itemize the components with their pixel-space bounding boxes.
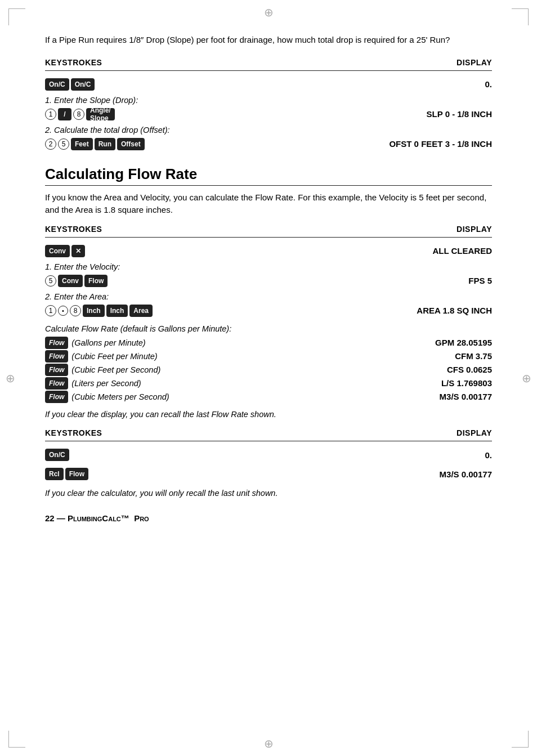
- recall-flow-keys: Rcl Flow: [45, 468, 88, 480]
- key-onc-2: On/C: [71, 78, 95, 91]
- onc-keys: On/C On/C: [45, 78, 95, 91]
- flow-label-cfs: (Cubic Feet per Second): [71, 365, 160, 374]
- key-flow-recall: Flow: [65, 468, 88, 480]
- key-conv-vel: Conv: [58, 275, 83, 287]
- keystrokes-label-1: KEYSTROKES: [45, 58, 102, 67]
- key-flow-cfs: Flow: [45, 364, 68, 376]
- footer-suffix: Pro: [134, 513, 149, 523]
- recall-onc-keys: On/C: [45, 449, 69, 461]
- key-flow-m3s: Flow: [45, 391, 68, 403]
- flow-label-gpm: (Gallons per Minute): [71, 338, 145, 347]
- corner-mark-bl: [8, 731, 25, 748]
- divider-2: [45, 237, 492, 238]
- flow-rate-keystrokes: KEYSTROKES DISPLAY Conv ✕ ALL CLEARED 1.…: [45, 225, 492, 319]
- flow-rate-body: If you know the Area and Velocity, you c…: [45, 191, 492, 217]
- display-slp: SLP 0 - 1/8 INCH: [427, 109, 492, 119]
- step1-vel-row: 5 Conv Flow FPS 5: [45, 273, 492, 289]
- key-5-vel: 5: [45, 275, 56, 287]
- italic-note-recall: If you clear the calculator, you will on…: [45, 487, 492, 500]
- display-area: AREA 1.8 SQ INCH: [417, 306, 492, 315]
- display-recall-0: 0.: [485, 450, 492, 460]
- flow-rate-header: KEYSTROKES DISPLAY: [45, 225, 492, 234]
- flow-val-cfm: CFM 3.75: [455, 351, 492, 361]
- key-conv-1: Conv: [45, 245, 70, 257]
- reg-mark-left: ⊕: [6, 372, 15, 385]
- flow-label-ls: (Liters per Second): [71, 379, 141, 388]
- key-1-area: 1: [45, 305, 56, 316]
- step2-offset-label: 2. Calculate the total drop (Offset):: [45, 126, 492, 135]
- key-2: 2: [45, 138, 56, 150]
- corner-mark-br: [512, 731, 529, 748]
- corner-mark-tl: [8, 8, 25, 25]
- key-onc-1: On/C: [45, 78, 69, 91]
- key-flow-vel: Flow: [84, 275, 108, 287]
- key-8: 8: [73, 109, 84, 120]
- key-onc-recall: On/C: [45, 449, 69, 461]
- key-dot-area: •: [58, 306, 68, 316]
- reg-mark-bottom: ⊕: [264, 737, 274, 750]
- pipe-run-section: KEYSTROKES DISPLAY On/C On/C 0. 1. Enter…: [45, 58, 492, 152]
- divider-flow: [45, 185, 492, 186]
- intro-text: If a Pipe Run requires 1/8″ Drop (Slope)…: [45, 34, 492, 47]
- calc-note: Calculate Flow Rate (default is Gallons …: [45, 324, 492, 333]
- flow-desc-m3s: Flow (Cubic Meters per Second): [45, 391, 169, 403]
- key-flow-cfm: Flow: [45, 350, 68, 363]
- step1-slope-keys: 1 / 8 Angle/Slope: [45, 108, 115, 120]
- display-all-cleared: ALL CLEARED: [432, 246, 492, 256]
- flow-val-cfs: CFS 0.0625: [447, 365, 492, 374]
- display-label-2: DISPLAY: [457, 225, 492, 234]
- flow-row-ls: Flow (Liters per Second) L/S 1.769803: [45, 377, 492, 390]
- key-run: Run: [95, 138, 115, 150]
- recall-flow-row: Rcl Flow M3/S 0.00177: [45, 466, 492, 482]
- key-flow-ls: Flow: [45, 377, 68, 390]
- key-inch-2: Inch: [106, 305, 128, 317]
- flow-rate-title: Calculating Flow Rate: [45, 165, 492, 183]
- flow-val-m3s: M3/S 0.00177: [440, 392, 492, 401]
- step2-offset-keys: 2 5 Feet Run Offset: [45, 138, 145, 150]
- step2-offset-row: 2 5 Feet Run Offset OFST 0 FEET 3 - 1/8 …: [45, 136, 492, 152]
- step2-area-label: 2. Enter the Area:: [45, 292, 492, 301]
- reg-mark-top: ⊕: [264, 6, 274, 19]
- display-ofst: OFST 0 FEET 3 - 1/8 INCH: [389, 139, 492, 149]
- flow-desc-ls: Flow (Liters per Second): [45, 377, 141, 390]
- flow-val-ls: L/S 1.769803: [441, 378, 492, 388]
- italic-note-flow: If you clear the display, you can recall…: [45, 409, 492, 421]
- key-angle-slope: Angle/Slope: [86, 108, 115, 120]
- corner-mark-tr: [512, 8, 529, 25]
- key-slash: /: [58, 108, 71, 120]
- step2-area-row: 1 • 8 Inch Inch Area AREA 1.8 SQ INCH: [45, 303, 492, 319]
- step1-vel-keys: 5 Conv Flow: [45, 275, 108, 287]
- flow-desc-cfs: Flow (Cubic Feet per Second): [45, 364, 160, 376]
- flow-row-m3s: Flow (Cubic Meters per Second) M3/S 0.00…: [45, 391, 492, 403]
- flow-desc-cfm: Flow (Cubic Feet per Minute): [45, 350, 158, 363]
- key-1: 1: [45, 109, 56, 120]
- recall-onc-row: On/C 0.: [45, 447, 492, 463]
- flow-desc-gpm: Flow (Gallons per Minute): [45, 337, 146, 349]
- key-feet: Feet: [71, 138, 93, 150]
- conv-x-keys: Conv ✕: [45, 245, 85, 257]
- key-x: ✕: [71, 245, 85, 257]
- onc-row: On/C On/C 0.: [45, 77, 492, 92]
- key-flow-gpm: Flow: [45, 337, 68, 349]
- flow-label-cfm: (Cubic Feet per Minute): [71, 352, 157, 361]
- display-recall-m3s: M3/S 0.00177: [440, 469, 492, 479]
- step1-slope-label: 1. Enter the Slope (Drop):: [45, 96, 492, 105]
- flow-rows-container: Flow (Gallons per Minute) GPM 28.05195 F…: [45, 337, 492, 403]
- key-area: Area: [129, 305, 153, 317]
- pipe-run-header: KEYSTROKES DISPLAY: [45, 58, 492, 67]
- step1-slope-row: 1 / 8 Angle/Slope SLP 0 - 1/8 INCH: [45, 106, 492, 122]
- flow-row-gpm: Flow (Gallons per Minute) GPM 28.05195: [45, 337, 492, 349]
- step1-vel-label: 1. Enter the Velocity:: [45, 262, 492, 271]
- key-5: 5: [58, 138, 69, 150]
- key-offset: Offset: [117, 138, 145, 150]
- display-onc: 0.: [485, 79, 492, 89]
- step2-area-keys: 1 • 8 Inch Inch Area: [45, 305, 153, 317]
- recall-section: KEYSTROKES DISPLAY On/C 0. Rcl Flow M3/S…: [45, 428, 492, 482]
- divider-1: [45, 70, 492, 71]
- keystrokes-label-3: KEYSTROKES: [45, 428, 102, 437]
- footer-product: PlumbingCalc™: [68, 513, 129, 523]
- key-8-area: 8: [70, 305, 81, 316]
- divider-3: [45, 441, 492, 441]
- key-rcl: Rcl: [45, 468, 64, 480]
- display-label-1: DISPLAY: [457, 58, 492, 67]
